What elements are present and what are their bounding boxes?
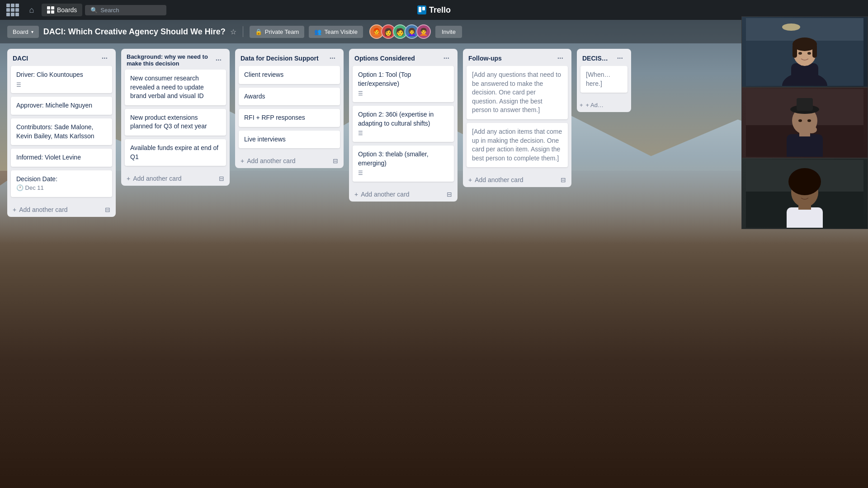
card-text: [Add any questions that need to be answe… (472, 71, 561, 113)
card[interactable]: Driver: Clio Kountoupes ☰ (11, 66, 112, 93)
svg-rect-16 (812, 44, 817, 58)
list-menu-daci[interactable]: ··· (99, 53, 110, 63)
star-button[interactable]: ☆ (230, 28, 236, 36)
add-card-button-options[interactable]: + Add another card ⊟ (349, 187, 458, 202)
plus-icon: + (127, 175, 130, 182)
card[interactable]: Option 2: 360i (expertise in adapting to… (353, 106, 454, 142)
team-visible-button[interactable]: 👥 Team Visible (309, 26, 363, 38)
list-menu-decision[interactable]: ··· (614, 53, 626, 63)
card[interactable]: Available funds expire at end of Q1 (125, 139, 226, 166)
svg-point-34 (788, 168, 821, 195)
card[interactable]: Option 1: Tool (Top tier/expensive) ☰ (353, 66, 454, 102)
list-cards-daci: Driver: Clio Kountoupes ☰ Approver: Mich… (7, 66, 116, 201)
invite-label: Invite (442, 28, 456, 35)
list-menu-background[interactable]: ··· (213, 55, 224, 65)
boards-button[interactable]: Boards (42, 4, 82, 16)
list-followups: Follow-ups ··· [Add any questions that n… (463, 49, 571, 187)
card-text: Option 3: thelab (smaller, emerging) (358, 150, 429, 167)
apps-icon[interactable] (4, 1, 22, 19)
card-text: Client reviews (244, 71, 283, 78)
svg-rect-25 (797, 98, 813, 111)
card[interactable]: Approver: Michelle Nguyen (11, 97, 112, 115)
add-card-label: Add another card (475, 176, 523, 183)
add-card-button-data[interactable]: + Add another card ⊟ (235, 154, 344, 168)
video-tile-2 (741, 87, 868, 158)
private-team-button[interactable]: 🔒 Private Team (250, 26, 305, 38)
svg-rect-2 (47, 10, 50, 14)
add-card-button-decision[interactable]: + + Ad… (577, 98, 631, 112)
card[interactable]: Live interviews (239, 131, 340, 149)
svg-rect-11 (791, 63, 818, 86)
video-person-2 (746, 89, 863, 157)
svg-rect-31 (787, 207, 823, 228)
card[interactable]: [Add any questions that need to be answe… (467, 66, 568, 119)
plus-icon: + (13, 206, 16, 213)
board-header: Board ▾ DACI: Which Creative Agency Shou… (0, 20, 868, 43)
svg-point-9 (782, 23, 800, 31)
template-icon[interactable]: ⊟ (447, 191, 452, 198)
add-card-button-background[interactable]: + Add another card ⊟ (121, 171, 230, 186)
svg-point-27 (807, 119, 811, 122)
add-card-label: Add another card (19, 206, 67, 213)
list-cards-background: New consumer research revealed a need to… (121, 70, 230, 169)
list-options: Options Considered ··· Option 1: Tool (T… (349, 49, 458, 202)
svg-rect-3 (51, 10, 54, 14)
template-icon[interactable]: ⊟ (333, 157, 338, 164)
list-header-background: Background: why we need to make this dec… (121, 49, 230, 70)
list-header-daci: DACI ··· (7, 49, 116, 66)
card[interactable]: Option 3: thelab (smaller, emerging) ☰ (353, 145, 454, 182)
card-text: Contributors: Sade Malone, Kevin Bailey,… (16, 123, 94, 140)
list-title-decision: DECIS… (582, 55, 608, 62)
team-visible-label: Team Visible (324, 28, 357, 35)
board-menu-button[interactable]: Board ▾ (7, 26, 39, 38)
plus-icon: + (580, 102, 583, 108)
card-text: [Add any action items that come up in ma… (472, 128, 562, 162)
team-icon: 👥 (314, 28, 321, 35)
topbar: ⌂ Boards 🔍 Search Trello (0, 0, 868, 20)
card[interactable]: New product extensions planned for Q3 of… (125, 109, 226, 136)
card-attachment-icon: ☰ (358, 169, 448, 177)
card[interactable]: RFI + RFP responses (239, 109, 340, 127)
svg-point-36 (807, 191, 811, 194)
card-text: Option 2: 360i (expertise in adapting to… (358, 111, 434, 127)
board-menu-label: Board (13, 28, 28, 35)
board-title[interactable]: DACI: Which Creative Agency Should We Hi… (43, 27, 226, 37)
list-data: Data for Decision Support ··· Client rev… (235, 49, 344, 168)
video-person-3 (746, 160, 863, 228)
list-menu-followups[interactable]: ··· (555, 53, 566, 63)
add-card-button-daci[interactable]: + Add another card ⊟ (7, 202, 116, 217)
invite-button[interactable]: Invite (435, 26, 462, 38)
card[interactable]: Contributors: Sade Malone, Kevin Bailey,… (11, 118, 112, 145)
list-title-data: Data for Decision Support (241, 55, 319, 62)
board-main: DACI ··· Driver: Clio Kountoupes ☰ Appro… (0, 43, 868, 488)
add-card-label: Add another card (247, 157, 295, 164)
video-tile-2-content (742, 88, 868, 158)
trello-logo: Trello (417, 5, 451, 15)
card[interactable]: [Add any action items that come up in ma… (467, 123, 568, 167)
svg-point-28 (806, 126, 817, 133)
template-icon[interactable]: ⊟ (219, 175, 224, 182)
list-menu-options[interactable]: ··· (441, 53, 452, 63)
list-header-data: Data for Decision Support ··· (235, 49, 344, 66)
svg-rect-8 (746, 18, 863, 41)
template-icon[interactable]: ⊟ (105, 206, 110, 213)
add-card-button-followups[interactable]: + Add another card ⊟ (463, 173, 571, 187)
add-card-label: + Ad… (586, 102, 604, 108)
search-bar[interactable]: 🔍 Search (85, 5, 166, 15)
add-card-label: Add another card (361, 191, 409, 198)
list-background: Background: why we need to make this dec… (121, 49, 230, 186)
template-icon[interactable]: ⊟ (561, 176, 566, 183)
avatar[interactable]: 🧑‍🦱 (416, 24, 431, 39)
card[interactable]: Client reviews (239, 66, 340, 84)
card[interactable]: Decision Date: 🕐 Dec 11 (11, 170, 112, 197)
list-menu-data[interactable]: ··· (327, 53, 338, 63)
card[interactable]: New consumer research revealed a need to… (125, 70, 226, 105)
lock-icon: 🔒 (255, 28, 262, 35)
home-button[interactable]: ⌂ (24, 3, 39, 17)
card-text: Live interviews (244, 136, 286, 143)
card[interactable]: Awards (239, 88, 340, 106)
card[interactable]: Informed: Violet Levine (11, 149, 112, 167)
card[interactable]: [When… here.] (580, 66, 627, 93)
list-cards-followups: [Add any questions that need to be answe… (463, 66, 571, 171)
boards-label: Boards (57, 6, 77, 14)
